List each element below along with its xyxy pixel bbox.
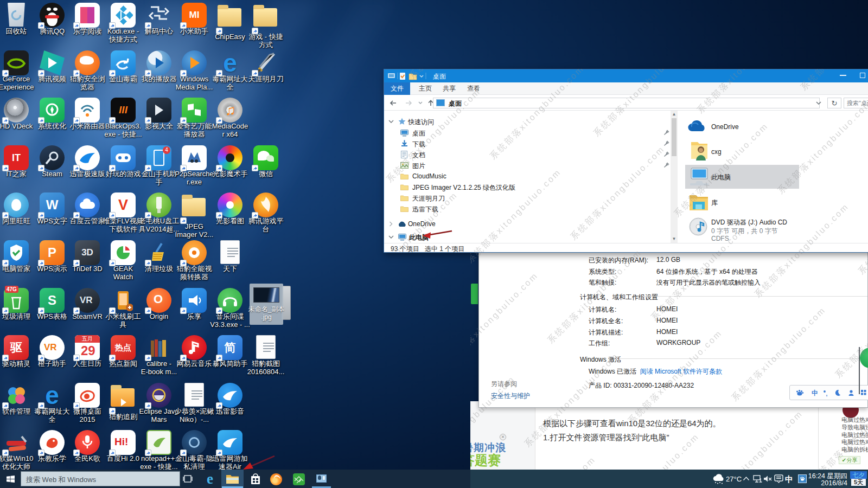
- svg-text:中: 中: [812, 389, 818, 397]
- svg-text:,: ,: [826, 391, 828, 397]
